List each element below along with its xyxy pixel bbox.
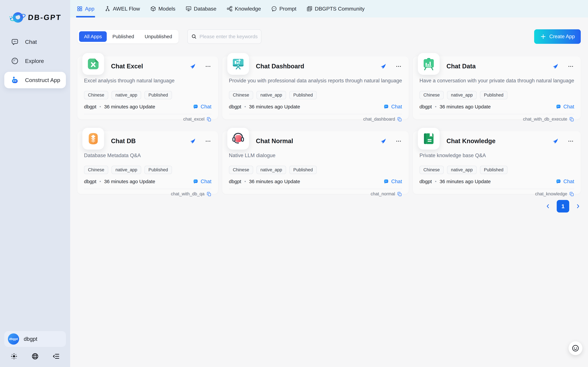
- chat-link[interactable]: Chat: [555, 104, 574, 110]
- tab-models[interactable]: Models: [150, 0, 175, 17]
- pagination: 1: [77, 200, 581, 212]
- next-page-button[interactable]: [575, 203, 581, 209]
- sidebar-item-chat[interactable]: Chat: [4, 33, 66, 50]
- card-header: Chat Data: [420, 56, 574, 76]
- card-meta-row: dbgpt 36 minutes ago Update Chat: [84, 178, 211, 184]
- tab-app[interactable]: App: [77, 0, 94, 17]
- chat-bubble-filled-icon: [192, 178, 199, 184]
- user-chip[interactable]: dbgpt dbgpt: [4, 331, 66, 347]
- collapse-sidebar-icon[interactable]: [52, 352, 60, 360]
- owner-name: dbgpt: [420, 179, 432, 184]
- app-card[interactable]: Chat DB Database Metadata Q&A Chinesenat…: [77, 131, 218, 194]
- card-header: Chat Excel: [84, 56, 211, 76]
- chat-link[interactable]: Chat: [383, 178, 402, 184]
- chat-link[interactable]: Chat: [383, 104, 402, 110]
- app-card[interactable]: Chat Normal Native LLM dialogue Chinesen…: [222, 131, 409, 194]
- sidebar-item-label: Explore: [25, 58, 44, 64]
- app-grid-icon: [77, 6, 83, 12]
- card-footer: chat_normal: [229, 192, 402, 197]
- sidebar-bottom-icons: [0, 352, 70, 367]
- more-options-icon[interactable]: [568, 138, 574, 144]
- copy-icon[interactable]: [569, 117, 574, 122]
- more-options-icon[interactable]: [568, 63, 574, 69]
- dingtalk-share-icon[interactable]: [190, 63, 196, 69]
- dingtalk-share-icon[interactable]: [380, 138, 386, 144]
- theme-sun-icon[interactable]: [10, 352, 18, 360]
- dingtalk-share-icon[interactable]: [552, 138, 558, 144]
- search-input[interactable]: [199, 34, 257, 39]
- card-divider: [84, 114, 211, 114]
- tab-label: Models: [158, 6, 175, 12]
- copy-icon[interactable]: [397, 117, 402, 122]
- app-title: Chat Normal: [256, 138, 293, 145]
- dingtalk-share-icon[interactable]: [380, 63, 386, 69]
- card-meta: dbgpt 36 minutes ago Update: [420, 104, 491, 109]
- tab-prompt[interactable]: Prompt: [271, 0, 296, 17]
- tag-list: Chinesenative_appPublished: [229, 91, 402, 99]
- filter-all-apps[interactable]: All Apps: [79, 31, 107, 42]
- app-logo: DB-GPT: [8, 8, 70, 27]
- owner-name: dbgpt: [420, 104, 432, 109]
- language-globe-icon[interactable]: [31, 352, 39, 360]
- sql-monitor-icon: SQL: [186, 6, 191, 12]
- filter-unpublished[interactable]: Unpublished: [140, 31, 177, 42]
- more-options-icon[interactable]: [396, 63, 402, 69]
- tab-dbgpts-community[interactable]: DBGPTS Community: [306, 0, 364, 17]
- more-options-icon[interactable]: [205, 63, 211, 69]
- copy-icon[interactable]: [569, 192, 574, 197]
- copy-icon[interactable]: [397, 192, 402, 197]
- card-meta: dbgpt 36 minutes ago Update: [84, 104, 155, 109]
- more-options-icon[interactable]: [396, 138, 402, 144]
- app-card[interactable]: Chat Data Have a conversation with your …: [413, 56, 581, 119]
- scene-code: chat_normal: [371, 192, 395, 197]
- tag-list: Chinesenative_appPublished: [229, 166, 402, 174]
- dingtalk-share-icon[interactable]: [552, 63, 558, 69]
- app-card[interactable]: Chat Knowledge Private knowledge base Q&…: [413, 131, 581, 194]
- app-title: Chat Knowledge: [447, 138, 496, 145]
- card-footer: chat_with_db_execute: [420, 117, 574, 122]
- svg-text:SQL: SQL: [187, 8, 190, 9]
- app-card[interactable]: Chat Dashboard Provide you with professi…: [222, 56, 409, 119]
- card-actions: [552, 63, 574, 69]
- card-actions: [552, 138, 574, 144]
- copy-icon[interactable]: [207, 192, 211, 197]
- updated-time: 36 minutes ago Update: [249, 104, 300, 109]
- sidebar-item-construct-app[interactable]: Construct App: [4, 72, 66, 88]
- card-divider: [229, 189, 402, 189]
- tag-published: Published: [289, 166, 317, 174]
- chat-link[interactable]: Chat: [192, 104, 211, 110]
- card-header: Chat Dashboard: [229, 56, 402, 76]
- copy-icon[interactable]: [207, 117, 211, 122]
- app-description: Private knowledge base Q&A: [420, 152, 574, 158]
- filter-published[interactable]: Published: [108, 31, 139, 42]
- card-actions: [190, 63, 211, 69]
- scene-code: chat_with_db_execute: [523, 117, 567, 122]
- tag-published: Published: [144, 91, 172, 99]
- tab-database[interactable]: SQL Database: [186, 0, 216, 17]
- app-card[interactable]: Chat Excel Excel analysis through natura…: [77, 56, 218, 119]
- plus-icon: [540, 33, 546, 40]
- feedback-fab[interactable]: [569, 341, 582, 355]
- card-header: Chat DB: [84, 131, 211, 151]
- tab-knowledge[interactable]: Knowledge: [227, 0, 261, 17]
- app-title: Chat Data: [447, 63, 476, 70]
- tag-list: Chinesenative_appPublished: [420, 91, 574, 99]
- chat-link[interactable]: Chat: [555, 178, 574, 184]
- main-content: All Apps Published Unpublished Create Ap…: [70, 0, 588, 212]
- chat-bubble-icon: [11, 38, 19, 46]
- scene-code: chat_excel: [183, 117, 205, 122]
- sidebar-bottom: dbgpt dbgpt: [0, 331, 70, 367]
- page-number-current[interactable]: 1: [557, 200, 569, 212]
- dingtalk-share-icon[interactable]: [190, 138, 196, 144]
- card-meta: dbgpt 36 minutes ago Update: [420, 179, 491, 184]
- card-meta-row: dbgpt 36 minutes ago Update Chat: [420, 178, 574, 184]
- chat-link[interactable]: Chat: [192, 178, 211, 184]
- tab-awel-flow[interactable]: AWEL Flow: [105, 0, 140, 17]
- scene-code: chat_knowledge: [535, 192, 567, 197]
- more-options-icon[interactable]: [205, 138, 211, 144]
- sidebar-item-explore[interactable]: Explore: [4, 53, 66, 69]
- toolbar: All Apps Published Unpublished Create Ap…: [77, 29, 581, 44]
- create-app-button[interactable]: Create App: [534, 29, 581, 44]
- prev-page-button[interactable]: [545, 203, 551, 209]
- chat-link-label: Chat: [563, 104, 574, 110]
